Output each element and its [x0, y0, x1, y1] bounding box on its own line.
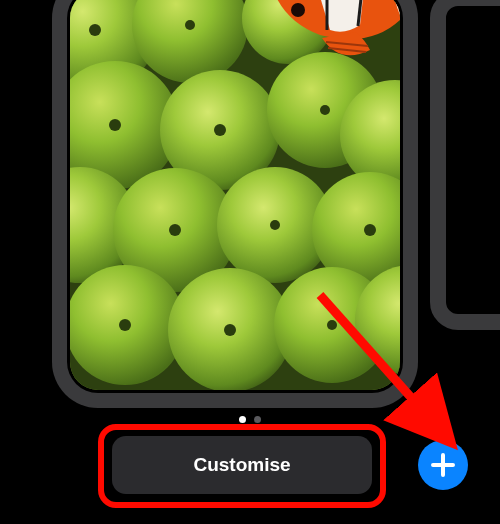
page-dot: [239, 416, 246, 423]
svg-point-23: [364, 224, 376, 236]
adjacent-wallpaper-frame: [430, 0, 500, 330]
svg-point-26: [327, 320, 337, 330]
svg-point-20: [320, 105, 330, 115]
add-wallpaper-button[interactable]: [418, 440, 468, 490]
svg-point-21: [169, 224, 181, 236]
svg-point-25: [224, 324, 236, 336]
clownfish-wallpaper-image: [70, 0, 400, 390]
wallpaper-preview[interactable]: [70, 0, 400, 390]
plus-icon: [430, 452, 456, 478]
svg-point-22: [270, 220, 280, 230]
svg-point-19: [214, 124, 226, 136]
page-indicator: [0, 416, 500, 423]
page-dot: [254, 416, 261, 423]
svg-point-17: [185, 20, 195, 30]
svg-point-27: [291, 3, 305, 17]
svg-point-24: [119, 319, 131, 331]
customise-button-label: Customise: [193, 454, 290, 476]
svg-point-16: [89, 24, 101, 36]
customise-button[interactable]: Customise: [112, 436, 372, 494]
svg-point-18: [109, 119, 121, 131]
